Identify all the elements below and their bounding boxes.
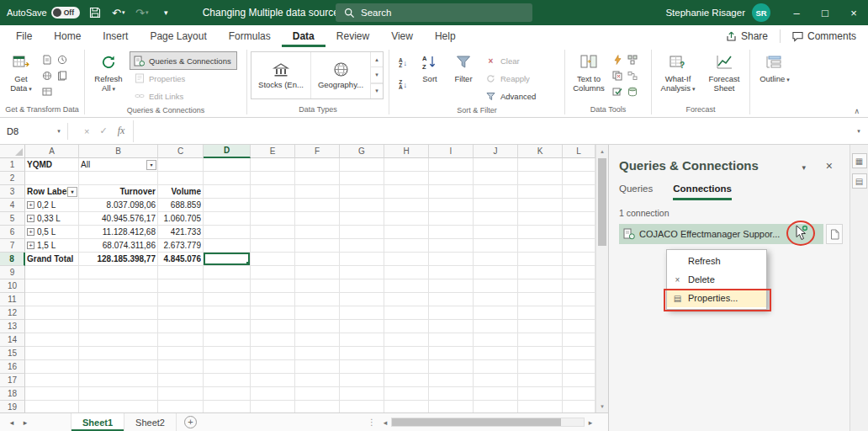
quick-access-more-button[interactable]: ▾ [157, 3, 174, 23]
cell-E7[interactable] [251, 239, 295, 253]
cell-C16[interactable] [158, 360, 204, 374]
edit-links-button[interactable]: Edit Links [130, 88, 236, 104]
existing-connections-button[interactable] [56, 69, 69, 82]
relationships-button[interactable] [626, 69, 639, 82]
cell-C19[interactable] [158, 401, 204, 412]
cell-I12[interactable] [429, 306, 474, 320]
maximize-button[interactable]: □ [811, 0, 839, 25]
cell-A9[interactable] [25, 266, 79, 279]
cell-A13[interactable] [25, 320, 79, 333]
cell-E11[interactable] [251, 293, 295, 306]
cell-H8[interactable] [384, 253, 429, 266]
connection-peek-button[interactable] [826, 224, 843, 244]
data-validation-button[interactable] [611, 85, 624, 98]
cell-J16[interactable] [474, 360, 518, 374]
cell-J4[interactable] [474, 199, 518, 212]
save-button[interactable] [87, 3, 103, 23]
cell-G13[interactable] [340, 320, 384, 333]
cell-H6[interactable] [384, 226, 429, 239]
cell-J14[interactable] [474, 333, 518, 347]
cell-E14[interactable] [251, 333, 295, 347]
cell-L10[interactable] [563, 279, 595, 293]
cell-D4[interactable] [204, 199, 251, 212]
cell-B8[interactable]: 128.185.398,77 [79, 253, 158, 266]
cell-F2[interactable] [295, 172, 340, 185]
column-header-I[interactable]: I [429, 145, 474, 158]
cell-I16[interactable] [429, 360, 474, 374]
cell-J8[interactable] [474, 253, 518, 266]
cell-B17[interactable] [79, 374, 158, 387]
avatar[interactable]: SR [752, 3, 770, 22]
cell-C1[interactable] [158, 158, 204, 172]
enter-button[interactable]: ✓ [99, 125, 107, 136]
cell-L3[interactable] [563, 185, 595, 199]
scroll-down-button[interactable]: ▾ [596, 400, 608, 412]
text-to-columns-button[interactable]: Text to Columns [569, 50, 609, 102]
cell-G19[interactable] [340, 401, 384, 412]
from-table-range-button[interactable] [40, 85, 54, 98]
ribbon-tab-view[interactable]: View [380, 25, 424, 47]
cell-A11[interactable] [25, 293, 79, 306]
cell-H5[interactable] [384, 212, 429, 226]
cell-G12[interactable] [340, 306, 384, 320]
sheet-tab-sheet2[interactable]: Sheet2 [124, 413, 177, 431]
cell-C2[interactable] [158, 172, 204, 185]
horizontal-scroll-thumb[interactable] [392, 418, 561, 426]
what-if-analysis-button[interactable]: ? What-If Analysis▾ [655, 50, 701, 102]
cell-G7[interactable] [340, 239, 384, 253]
scroll-up-button[interactable]: ▴ [596, 145, 608, 157]
cell-B11[interactable] [79, 293, 158, 306]
cell-D9[interactable] [204, 266, 251, 279]
cell-H1[interactable] [384, 158, 429, 172]
cell-B12[interactable] [79, 306, 158, 320]
cell-F10[interactable] [295, 279, 340, 293]
cell-I8[interactable] [429, 253, 474, 266]
cell-F12[interactable] [295, 306, 340, 320]
cell-E19[interactable] [251, 401, 295, 412]
vertical-scroll-thumb[interactable] [598, 158, 606, 246]
cell-J2[interactable] [474, 172, 518, 185]
pane-tab-queries[interactable]: Queries [619, 184, 653, 200]
cell-F7[interactable] [295, 239, 340, 253]
column-header-J[interactable]: J [474, 145, 518, 158]
name-box-chevron[interactable]: ▾ [52, 128, 66, 135]
cell-H4[interactable] [384, 199, 429, 212]
cell-A18[interactable] [25, 387, 79, 401]
cell-D18[interactable] [204, 387, 251, 401]
cell-L4[interactable] [563, 199, 595, 212]
row-header-15[interactable]: 15 [0, 347, 25, 360]
cell-A17[interactable] [25, 374, 79, 387]
cell-F19[interactable] [295, 401, 340, 412]
geography-button[interactable]: Geography... [311, 52, 371, 98]
cell-A7[interactable]: +1,5 L [25, 239, 79, 253]
filter-dropdown-button[interactable]: ▾ [146, 160, 156, 170]
column-header-E[interactable]: E [251, 145, 295, 158]
hscroll-left-button[interactable]: ◂ [379, 418, 391, 427]
cell-J7[interactable] [474, 239, 518, 253]
cell-D14[interactable] [204, 333, 251, 347]
cell-A12[interactable] [25, 306, 79, 320]
cell-B18[interactable] [79, 387, 158, 401]
cell-I9[interactable] [429, 266, 474, 279]
filter-button[interactable]: Filter [447, 50, 480, 102]
cell-G18[interactable] [340, 387, 384, 401]
cell-I15[interactable] [429, 347, 474, 360]
pivot-expand-button[interactable]: + [27, 228, 34, 236]
cell-L8[interactable] [563, 253, 595, 266]
ribbon-tab-data[interactable]: Data [282, 25, 326, 47]
column-header-D[interactable]: D [204, 145, 251, 158]
hscroll-right-button[interactable]: ▸ [585, 418, 596, 427]
cell-H15[interactable] [384, 347, 429, 360]
cell-E16[interactable] [251, 360, 295, 374]
gallery-up-button[interactable]: ▴ [371, 52, 383, 67]
minimize-button[interactable]: – [782, 0, 811, 25]
cell-L13[interactable] [563, 320, 595, 333]
row-header-5[interactable]: 5 [0, 212, 25, 226]
cell-E2[interactable] [251, 172, 295, 185]
cell-J6[interactable] [474, 226, 518, 239]
sheet-tab-sheet1[interactable]: Sheet1 [71, 413, 124, 431]
cell-I11[interactable] [429, 293, 474, 306]
name-box[interactable]: D8 [0, 120, 52, 142]
row-header-13[interactable]: 13 [0, 320, 25, 333]
cell-G3[interactable] [340, 185, 384, 199]
